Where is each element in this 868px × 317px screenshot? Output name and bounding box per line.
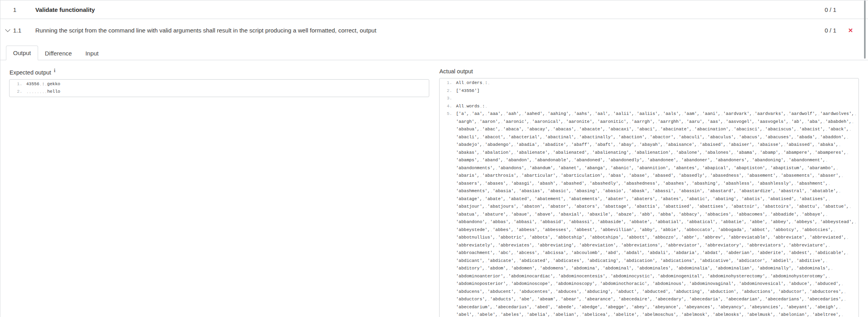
actual-output-codebox: 1.All orders : 2.['43556']3.4.All words … bbox=[439, 78, 859, 317]
code-text: ['a', 'aa', 'aaa', 'aah', 'aahed', 'aahi… bbox=[456, 110, 855, 317]
tab-bar: Output Difference Input bbox=[6, 46, 868, 60]
table-row-category[interactable]: 1 Validate functionality 0 / 1 bbox=[0, 0, 868, 19]
failed-x-icon: ✕ bbox=[848, 27, 853, 33]
step-number: 1.1 bbox=[12, 27, 31, 34]
line-number: 1. bbox=[10, 80, 26, 88]
actual-output-label: Actual output bbox=[440, 68, 859, 74]
code-line: 2. hello bbox=[10, 88, 425, 96]
actual-output-panel: Actual output 1.All orders : 2.['43556']… bbox=[439, 68, 859, 317]
steps-table: 1 Validate functionality 0 / 1 1.1 Runni… bbox=[0, 0, 868, 42]
output-tab-content: Expected outputi 1.43556 : gekko2. hello… bbox=[0, 60, 868, 317]
score-badge: 0 / 1 bbox=[812, 27, 836, 34]
autotest-results-page: 1 Validate functionality 0 / 1 1.1 Runni… bbox=[0, 0, 868, 317]
expected-output-panel: Expected outputi 1.43556 : gekko2. hello bbox=[9, 68, 429, 317]
collapse-toggle[interactable] bbox=[6, 29, 12, 31]
code-line: 1.43556 : gekko bbox=[10, 80, 425, 88]
code-text: hello bbox=[26, 88, 425, 96]
info-icon[interactable]: i bbox=[54, 68, 56, 73]
step-number: 1 bbox=[12, 6, 31, 13]
code-text: 43556 : gekko bbox=[26, 80, 425, 88]
line-number: 4. bbox=[440, 103, 456, 111]
tab-output[interactable]: Output bbox=[6, 46, 38, 60]
expected-output-codebox: 1.43556 : gekko2. hello bbox=[9, 79, 429, 97]
chevron-down-icon bbox=[5, 27, 10, 32]
line-number: 2. bbox=[10, 88, 26, 96]
expected-output-label: Expected outputi bbox=[10, 68, 429, 76]
code-line: 4.All words : bbox=[440, 103, 855, 111]
step-title: Validate functionality bbox=[31, 6, 95, 13]
code-line: 1.All orders : bbox=[440, 79, 855, 87]
scrollbar-thumb[interactable] bbox=[864, 0, 866, 59]
step-title: Running the script from the command line… bbox=[31, 27, 376, 34]
tab-difference[interactable]: Difference bbox=[38, 46, 79, 60]
tab-input[interactable]: Input bbox=[79, 46, 105, 60]
line-number: 2. bbox=[440, 87, 456, 95]
line-number: 3. bbox=[440, 95, 456, 103]
line-number: 1. bbox=[440, 79, 456, 87]
code-text: All orders : bbox=[456, 79, 855, 87]
table-row-substep[interactable]: 1.1 Running the script from the command … bbox=[0, 19, 868, 42]
code-line: 3. bbox=[440, 95, 855, 103]
code-text: ['43556'] bbox=[456, 87, 855, 95]
code-line: 5.['a', 'aa', 'aaa', 'aah', 'aahed', 'aa… bbox=[440, 110, 855, 317]
line-number: 5. bbox=[440, 110, 456, 118]
code-text bbox=[456, 95, 855, 103]
code-line: 2.['43556'] bbox=[440, 87, 855, 95]
score-badge: 0 / 1 bbox=[812, 6, 836, 13]
status-cell: ✕ bbox=[836, 27, 865, 33]
code-text: All words : bbox=[456, 103, 855, 111]
step-detail: Output Difference Input Expected outputi… bbox=[0, 46, 868, 317]
